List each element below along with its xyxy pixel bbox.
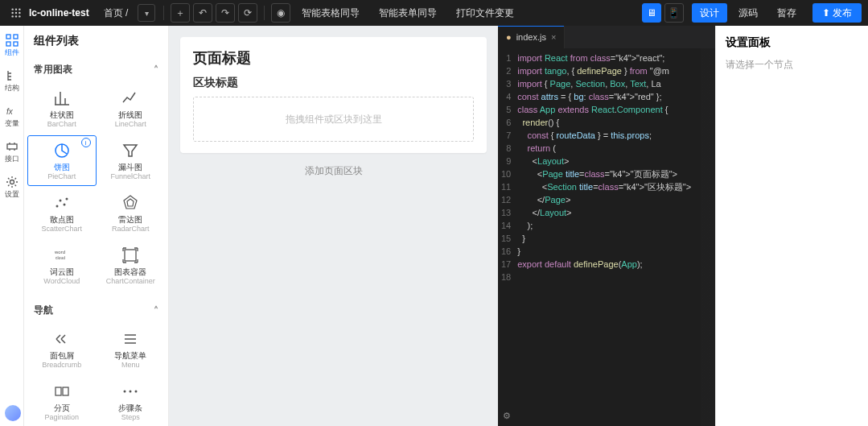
device-desktop-icon[interactable]: 🖥 [642,3,661,23]
redo-icon[interactable]: ↷ [216,3,235,23]
svg-point-7 [15,15,17,17]
settings-panel: 设置面板 请选择一个节点 [715,26,868,426]
comp-name: 饼图 [54,163,70,172]
page-card[interactable]: 页面标题 区块标题 拖拽组件或区块到这里 [180,37,487,153]
line-gutter: 123456789101112131415161718 [498,48,517,426]
toolbar-print[interactable]: 打印文件变更 [448,3,522,23]
svg-point-28 [124,391,126,393]
svg-rect-27 [63,387,68,395]
gear-icon[interactable]: ⚙ [503,411,511,421]
code-editor: ●index.js× 123456789101112131415161718 i… [498,26,715,426]
svg-rect-26 [56,387,61,395]
comp-funnelchart[interactable]: 漏斗图FunnelChart [97,135,166,186]
svg-point-20 [65,198,68,201]
comp-sub: Steps [121,413,140,421]
section-title[interactable]: 区块标题 [193,76,474,90]
comp-pagination[interactable]: 分页Pagination [27,376,97,426]
svg-text:word: word [54,250,65,254]
svg-marker-22 [127,199,134,206]
js-icon: ● [506,32,512,42]
publish-button[interactable]: ⬆ 发布 [812,3,862,23]
rail-settings[interactable]: 设置 [0,172,23,203]
page-title[interactable]: 页面标题 [193,48,474,68]
info-icon[interactable]: i [81,138,91,147]
comp-barchart[interactable]: 柱状图BarChart [27,83,97,134]
comp-sub: Pagination [44,413,79,421]
tab-label: index.js [516,32,546,42]
rail-label: 设置 [5,189,19,200]
rail-label: 组件 [5,48,19,58]
sidebar-title: 组件列表 [24,26,168,56]
code-lines[interactable]: import React from class="k4">"react"; im… [517,48,715,426]
svg-rect-12 [14,42,18,46]
comp-sub: BarChart [47,120,76,128]
add-button[interactable]: ＋ [171,3,190,23]
settings-hint: 请选择一个节点 [726,58,858,72]
comp-sub: FunnelChart [110,172,150,180]
comp-sub: Breadcrumb [42,361,81,369]
comp-radarchart[interactable]: 雷达图RadarChart [97,188,166,238]
toolbar-sync-form[interactable]: 智能表单同导 [371,3,445,23]
toolbar-sync-table[interactable]: 智能表格同导 [294,3,368,23]
svg-point-2 [19,8,20,10]
comp-scatterchart[interactable]: 散点图ScatterChart [27,188,97,238]
rail-api[interactable]: 接口 [0,137,23,168]
breadcrumb-dropdown[interactable]: ▾ [138,4,155,22]
comp-name: 分页 [54,403,70,412]
editor-tab[interactable]: ●index.js× [498,26,565,48]
undo-icon[interactable]: ↶ [193,3,212,23]
apps-icon[interactable] [6,3,26,23]
svg-marker-21 [124,196,137,209]
svg-point-5 [19,12,20,14]
rail-variables[interactable]: fx变量 [0,101,23,132]
comp-steps[interactable]: 步骤条Steps [97,376,166,426]
comp-linechart[interactable]: 折线图LineChart [97,83,166,134]
mode-save[interactable]: 暂存 [769,3,804,23]
svg-point-4 [15,12,17,14]
svg-text:cloud: cloud [56,255,65,260]
drop-hint: 拖拽组件或区块到这里 [286,113,382,126]
comp-sub: PieChart [47,172,76,180]
publish-label: 发布 [833,7,852,19]
section-label: 导航 [34,304,53,317]
comp-name: 词云图 [50,267,74,276]
svg-rect-11 [6,42,10,46]
comp-menu[interactable]: 导航菜单Menu [97,324,166,374]
canvas[interactable]: 页面标题 区块标题 拖拽组件或区块到这里 添加页面区块 [169,26,498,426]
comp-name: 散点图 [50,215,74,224]
minimap[interactable] [701,48,715,426]
comp-sub: Menu [121,361,140,369]
comp-name: 面包屑 [50,351,74,360]
svg-point-3 [11,12,13,14]
add-block-button[interactable]: 添加页面区块 [180,164,487,178]
svg-text:fx: fx [6,107,14,116]
rail-structure[interactable]: 结构 [0,66,23,97]
section-nav[interactable]: 导航˄ [24,297,168,324]
svg-rect-10 [14,35,18,39]
svg-point-8 [19,15,20,17]
comp-chartcontainer[interactable]: 图表容器ChartContainer [97,240,166,291]
rail-components[interactable]: 组件 [0,31,23,61]
close-icon[interactable]: × [551,32,556,42]
comp-name: 折线图 [118,110,142,119]
comp-name: 漏斗图 [118,163,142,172]
section-charts[interactable]: 常用图表˄ [24,56,168,83]
drop-zone[interactable]: 拖拽组件或区块到这里 [193,97,474,142]
breadcrumb[interactable]: 首页 / [99,6,134,20]
rail-label: 接口 [5,154,19,164]
mode-design[interactable]: 设计 [692,3,727,23]
comp-piechart[interactable]: i饼图PieChart [27,135,97,186]
component-sidebar: 组件列表 常用图表˄ 柱状图BarChart 折线图LineChart i饼图P… [24,26,169,426]
svg-point-6 [11,15,13,17]
svg-point-1 [15,8,17,10]
preview-icon[interactable]: ◉ [271,3,290,23]
comp-sub: LineChart [115,120,146,128]
code-area[interactable]: 123456789101112131415161718 import React… [498,48,715,426]
chevron-up-icon: ˄ [154,64,158,76]
comp-breadcrumb[interactable]: 面包屑Breadcrumb [27,324,97,374]
comp-name: 柱状图 [50,110,74,119]
device-mobile-icon[interactable]: 📱 [664,3,684,23]
refresh-icon[interactable]: ⟳ [238,3,257,23]
mode-source[interactable]: 源码 [730,3,766,23]
comp-wordcloud[interactable]: wordcloud词云图WordCloud [27,240,97,291]
